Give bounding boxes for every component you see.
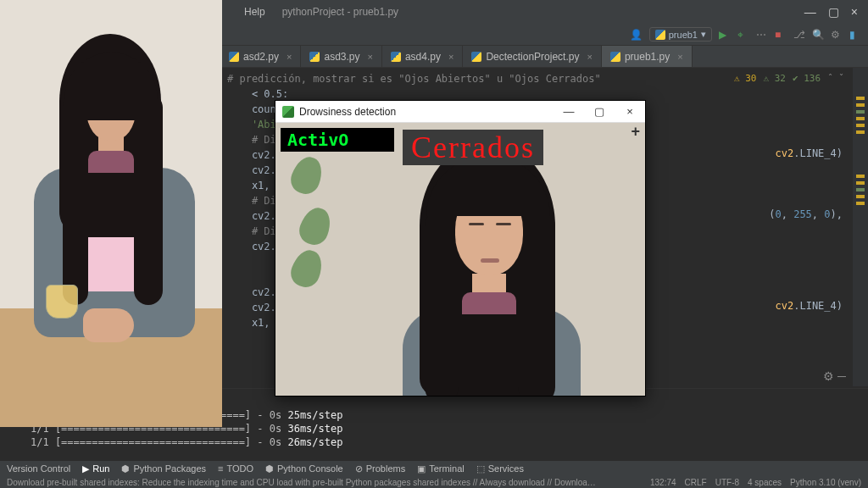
cv-minimize-icon[interactable]: — — [554, 105, 584, 118]
tab-label: prueb1.py — [625, 51, 670, 63]
tool-terminal[interactable]: ▣ Terminal — [417, 463, 465, 474]
more-run-icon[interactable]: ⋯ — [756, 29, 768, 41]
file-encoding[interactable]: UTF-8 — [715, 478, 739, 487]
overview-gutter[interactable] — [853, 68, 868, 386]
background-decoration — [292, 157, 343, 292]
tab-asd2[interactable]: asd2.py× — [220, 46, 301, 67]
debug-icon[interactable]: ⌖ — [737, 29, 749, 41]
settings-icon[interactable]: ⚙ — [831, 29, 843, 41]
python-icon — [229, 52, 239, 62]
cv-window-title: Drowsiness detection — [299, 106, 396, 118]
weak-count: 32 — [775, 73, 786, 84]
chevron-down-icon: ▾ — [701, 29, 706, 40]
bottom-toolwindow-bar: Version Control ▶ Run ⬢ Python Packages … — [0, 461, 868, 476]
menu-help[interactable]: Help — [237, 6, 272, 18]
python-icon — [309, 52, 320, 62]
close-icon[interactable]: × — [448, 52, 453, 62]
tab-detection[interactable]: DectectionProject.py× — [463, 46, 602, 67]
code-hint: cv2.LINE_4) — [776, 146, 843, 161]
python-icon — [655, 30, 665, 40]
run-config-selector[interactable]: prueb1 ▾ — [649, 27, 712, 42]
tab-asd4[interactable]: asd4.py× — [382, 46, 463, 67]
plugin-icon[interactable]: ▮ — [849, 29, 861, 41]
inspection-summary[interactable]: ⚠ 30 ⚠ 32 ✔ 136 ˆ ˇ — [734, 71, 844, 86]
nav-arrows-icon[interactable]: ˆ ˇ — [827, 71, 844, 86]
code-hint: (0, 255, 0), — [769, 207, 843, 222]
cv-window-titlebar[interactable]: Drowsiness detection — ▢ × — [275, 101, 645, 123]
window-controls: — ▢ × — [794, 0, 868, 24]
git-icon[interactable]: ⎇ — [793, 29, 805, 41]
python-icon — [391, 52, 401, 62]
window-minimize-icon[interactable]: — — [804, 5, 816, 19]
close-icon[interactable]: × — [677, 52, 682, 62]
console-line: 1/1 [==============================] - 0… — [31, 436, 860, 448]
warn-count: 30 — [745, 73, 756, 84]
python-interpreter[interactable]: Python 3.10 (venv) — [790, 478, 861, 487]
tool-todo[interactable]: ≡ TODO — [218, 463, 253, 474]
stop-icon[interactable]: ■ — [775, 29, 787, 41]
cv-frame: ActivO Cerrados + — [275, 123, 645, 396]
overlay-active-label: ActivO — [281, 128, 394, 152]
opencv-icon — [282, 106, 294, 118]
glass-object — [46, 285, 78, 319]
window-maximize-icon[interactable]: ▢ — [828, 5, 839, 19]
tool-python-packages[interactable]: ⬢ Python Packages — [121, 463, 206, 474]
tool-version-control[interactable]: Version Control — [7, 463, 70, 474]
drowsiness-detection-window[interactable]: Drowsiness detection — ▢ × ActivO Cerrad… — [275, 100, 646, 396]
tab-asd3[interactable]: asd3.py× — [301, 46, 381, 67]
code-hint: cv2.LINE_4) — [776, 298, 843, 313]
overlay-status-label: Cerrados — [403, 130, 543, 165]
tool-services[interactable]: ⬚ Services — [476, 463, 524, 474]
close-icon[interactable]: × — [287, 52, 292, 62]
window-title: pythonProject - prueb1.py — [282, 6, 398, 18]
tool-python-console[interactable]: ⬢ Python Console — [265, 463, 343, 474]
run-config-label: prueb1 — [669, 30, 698, 40]
window-close-icon[interactable]: × — [851, 5, 858, 19]
tab-label: asd2.py — [243, 51, 279, 63]
tool-problems[interactable]: ⊘ Problems — [355, 463, 405, 474]
cv-maximize-icon[interactable]: ▢ — [584, 105, 615, 118]
tab-label: DectectionProject.py — [486, 51, 579, 63]
secondary-camera-view — [0, 0, 222, 427]
tab-label: asd4.py — [405, 51, 441, 63]
python-icon — [471, 52, 481, 62]
tab-prueb1[interactable]: prueb1.py× — [602, 46, 693, 67]
main-toolbar: 👤 prueb1 ▾ ▶ ⌖ ⋯ ■ ⎇ 🔍 ⚙ ▮ — [220, 24, 868, 46]
status-bar: Download pre-built shared indexes: Reduc… — [0, 476, 868, 488]
close-icon[interactable]: × — [368, 52, 373, 62]
status-message[interactable]: Download pre-built shared indexes: Reduc… — [7, 478, 600, 487]
caret-position[interactable]: 132:74 — [650, 478, 676, 487]
tab-label: asd3.py — [324, 51, 359, 63]
crosshair-icon: + — [631, 123, 640, 141]
python-icon — [610, 52, 620, 62]
editor-tabs: asd2.py× asd3.py× asd4.py× DectectionPro… — [220, 46, 868, 68]
cv-close-icon[interactable]: × — [615, 105, 645, 118]
typo-count: 136 — [804, 73, 821, 84]
editor-settings-icon[interactable]: ⚙ ─ — [823, 369, 846, 383]
indent-setting[interactable]: 4 spaces — [748, 478, 782, 487]
line-separator[interactable]: CRLF — [685, 478, 707, 487]
close-icon[interactable]: × — [587, 52, 592, 62]
run-icon[interactable]: ▶ — [719, 29, 731, 41]
search-icon[interactable]: 🔍 — [812, 29, 824, 41]
tool-run[interactable]: ▶ Run — [82, 463, 109, 474]
avatar-icon[interactable]: 👤 — [630, 29, 643, 41]
